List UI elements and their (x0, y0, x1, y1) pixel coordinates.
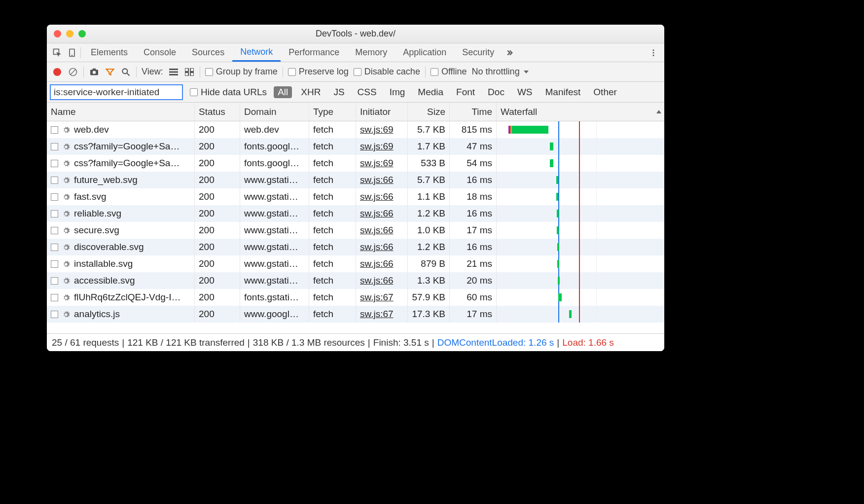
col-size[interactable]: Size (408, 103, 450, 121)
initiator-link[interactable]: sw.js:66 (360, 242, 394, 252)
request-name: css?family=Google+Sa… (74, 141, 180, 152)
col-initiator[interactable]: Initiator (356, 103, 408, 121)
initiator-link[interactable]: sw.js:66 (360, 175, 394, 185)
initiator-link[interactable]: sw.js:69 (360, 124, 394, 135)
initiator-link[interactable]: sw.js:67 (360, 292, 394, 303)
initiator-link[interactable]: sw.js:69 (360, 141, 394, 152)
row-checkbox[interactable] (51, 193, 58, 201)
tab-application[interactable]: Application (395, 43, 454, 62)
cell-size: 5.7 KB (408, 172, 450, 188)
preserve-log-checkbox[interactable]: Preserve log (288, 67, 349, 77)
filter-type-doc[interactable]: Doc (484, 86, 508, 98)
table-row[interactable]: reliable.svg200www.gstati…fetchsw.js:661… (47, 205, 664, 222)
initiator-link[interactable]: sw.js:66 (360, 275, 394, 286)
large-rows-icon[interactable] (168, 67, 179, 77)
initiator-link[interactable]: sw.js:69 (360, 158, 394, 169)
col-domain[interactable]: Domain (240, 103, 309, 121)
row-checkbox[interactable] (51, 227, 58, 234)
more-tabs-icon[interactable] (504, 48, 518, 57)
tab-elements[interactable]: Elements (83, 43, 136, 62)
toggle-device-icon[interactable] (66, 46, 78, 59)
filter-type-xhr[interactable]: XHR (297, 86, 324, 98)
row-checkbox[interactable] (51, 143, 58, 150)
inspect-element-icon[interactable] (51, 46, 64, 59)
hide-data-urls-checkbox[interactable]: Hide data URLs (190, 87, 267, 98)
table-row[interactable]: css?family=Google+Sa…200fonts.googl…fetc… (47, 155, 664, 172)
cell-status: 200 (195, 155, 240, 172)
table-row[interactable]: web.dev200web.devfetchsw.js:695.7 KB815 … (47, 121, 664, 138)
cell-time: 21 ms (450, 255, 497, 272)
table-row[interactable]: css?family=Google+Sa…200fonts.googl…fetc… (47, 138, 664, 155)
table-row[interactable]: installable.svg200www.gstati…fetchsw.js:… (47, 255, 664, 272)
capture-screenshots-icon[interactable] (89, 67, 100, 77)
row-checkbox[interactable] (51, 160, 58, 167)
zoom-window-button[interactable] (78, 30, 86, 37)
table-row[interactable]: secure.svg200www.gstati…fetchsw.js:661.0… (47, 222, 664, 239)
cell-type: fetch (309, 306, 356, 323)
throttling-dropdown[interactable]: No throttling (472, 67, 529, 77)
filter-input[interactable] (50, 84, 183, 100)
initiator-link[interactable]: sw.js:66 (360, 208, 394, 219)
requests-table: web.dev200web.devfetchsw.js:695.7 KB815 … (47, 121, 664, 333)
cell-type: fetch (309, 138, 356, 155)
col-status[interactable]: Status (195, 103, 240, 121)
offline-checkbox[interactable]: Offline (431, 67, 467, 77)
row-checkbox[interactable] (51, 294, 58, 301)
tab-performance[interactable]: Performance (281, 43, 347, 62)
col-name[interactable]: Name (47, 103, 195, 121)
row-checkbox[interactable] (51, 177, 58, 184)
cell-domain: www.gstati… (240, 188, 309, 205)
table-row[interactable]: future_web.svg200www.gstati…fetchsw.js:6… (47, 172, 664, 188)
filter-type-manifest[interactable]: Manifest (541, 86, 585, 98)
tab-memory[interactable]: Memory (347, 43, 395, 62)
table-row[interactable]: fast.svg200www.gstati…fetchsw.js:661.1 K… (47, 188, 664, 205)
initiator-link[interactable]: sw.js:67 (360, 309, 394, 320)
preserve-log-label: Preserve log (299, 67, 349, 77)
svg-rect-17 (190, 68, 194, 72)
tab-console[interactable]: Console (136, 43, 184, 62)
initiator-link[interactable]: sw.js:66 (360, 225, 394, 236)
search-icon[interactable] (120, 67, 131, 77)
table-row[interactable]: flUhRq6tzZclQEJ-Vdg-I…200fonts.gstati…fe… (47, 289, 664, 306)
overview-icon[interactable] (184, 67, 195, 77)
filter-type-media[interactable]: Media (414, 86, 447, 98)
filter-type-all[interactable]: All (274, 86, 292, 98)
filter-type-other[interactable]: Other (589, 86, 621, 98)
settings-menu-icon[interactable] (647, 46, 660, 60)
group-by-frame-checkbox[interactable]: Group by frame (205, 67, 278, 77)
col-waterfall[interactable]: Waterfall (497, 103, 664, 121)
row-checkbox[interactable] (51, 260, 58, 268)
table-row[interactable]: analytics.js200www.googl…fetchsw.js:6717… (47, 306, 664, 323)
minimize-window-button[interactable] (66, 30, 73, 37)
table-row[interactable]: discoverable.svg200www.gstati…fetchsw.js… (47, 239, 664, 255)
col-time[interactable]: Time (450, 103, 497, 121)
record-button[interactable] (52, 67, 63, 77)
gear-icon (62, 143, 70, 150)
row-checkbox[interactable] (51, 244, 58, 251)
cell-domain: www.gstati… (240, 255, 309, 272)
filter-type-font[interactable]: Font (452, 86, 479, 98)
filter-type-css[interactable]: CSS (354, 86, 381, 98)
cell-domain: www.gstati… (240, 222, 309, 239)
row-checkbox[interactable] (51, 126, 58, 134)
filter-icon[interactable] (105, 67, 115, 77)
filter-type-js[interactable]: JS (329, 86, 348, 98)
filter-type-ws[interactable]: WS (513, 86, 537, 98)
tab-security[interactable]: Security (454, 43, 502, 62)
cell-status: 200 (195, 272, 240, 289)
tab-network[interactable]: Network (232, 43, 281, 62)
close-window-button[interactable] (54, 30, 61, 37)
status-finish: Finish: 3.51 s (373, 337, 429, 348)
initiator-link[interactable]: sw.js:66 (360, 191, 394, 202)
row-checkbox[interactable] (51, 277, 58, 285)
row-checkbox[interactable] (51, 311, 58, 318)
col-type[interactable]: Type (309, 103, 356, 121)
initiator-link[interactable]: sw.js:66 (360, 258, 394, 269)
clear-button[interactable] (68, 67, 78, 77)
disable-cache-checkbox[interactable]: Disable cache (354, 67, 420, 77)
view-label: View: (142, 67, 163, 77)
filter-type-img[interactable]: Img (386, 86, 409, 98)
row-checkbox[interactable] (51, 210, 58, 217)
tab-sources[interactable]: Sources (184, 43, 232, 62)
table-row[interactable]: accessible.svg200www.gstati…fetchsw.js:6… (47, 272, 664, 289)
